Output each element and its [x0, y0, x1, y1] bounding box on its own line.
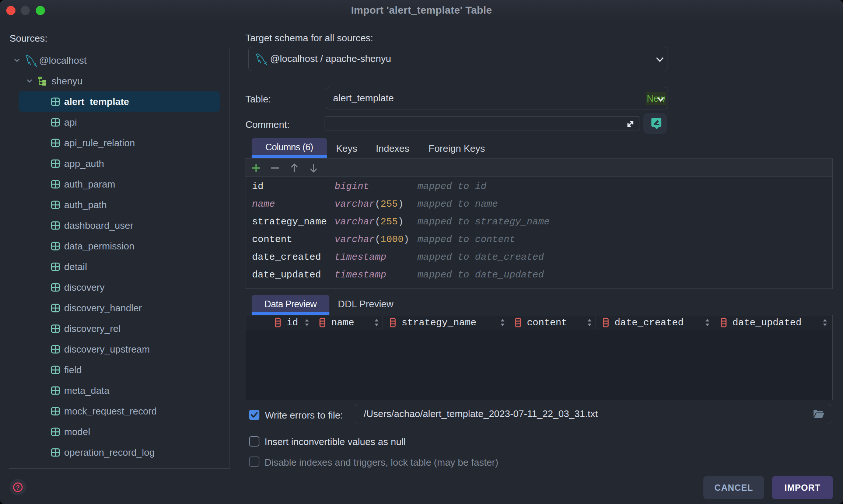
svg-text:?: ? — [16, 484, 20, 491]
